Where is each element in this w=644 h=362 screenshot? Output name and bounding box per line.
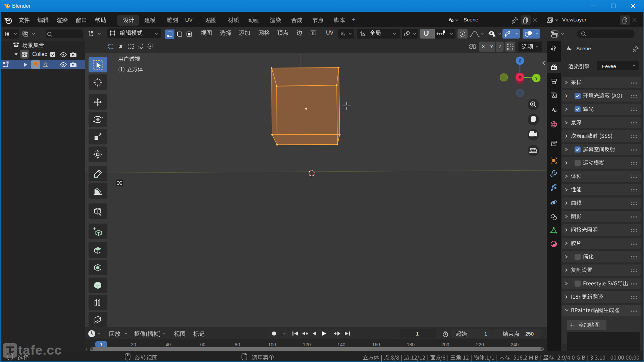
svg-text:Z: Z [519, 58, 521, 63]
svg-text:Y: Y [535, 76, 538, 81]
svg-text:X: X [519, 75, 522, 80]
